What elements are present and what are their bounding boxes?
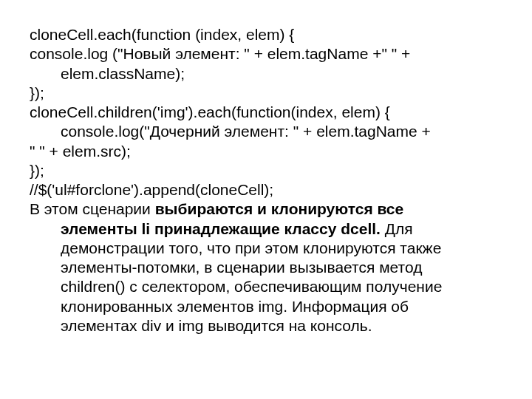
desc-bold-1: выбираются и клонируются все bbox=[155, 200, 404, 217]
code-line-4a: cloneCell.children('img').each(function(… bbox=[30, 103, 502, 122]
desc-line-3: демонстрации того, что при этом клонирую… bbox=[30, 239, 502, 258]
desc-line-4: элементы-потомки, в сценарии вызывается … bbox=[30, 258, 502, 277]
desc-line-6: клонированных элементов img. Информация … bbox=[30, 297, 502, 316]
code-line-2b: elem.className); bbox=[30, 64, 502, 83]
desc-line-2: элементы li принадлежащие классу dcell. … bbox=[30, 219, 502, 239]
code-line-2a: console.log ("Новый элемент: " + elem.ta… bbox=[30, 44, 502, 64]
desc-line-5: children() с селектором, обеспечивающим … bbox=[30, 277, 502, 296]
desc-lead: В этом сценарии bbox=[30, 200, 155, 217]
desc-rest-2: Для bbox=[381, 220, 413, 237]
code-line-5: " " + elem.src); bbox=[30, 142, 502, 161]
code-line-6: }); bbox=[30, 161, 502, 180]
code-line-3: }); bbox=[30, 83, 502, 103]
code-line-7: //$('ul#forclone').append(cloneCell); bbox=[30, 180, 502, 200]
slide: cloneCell.each(function (index, elem) { … bbox=[0, 0, 532, 399]
code-line-1: cloneCell.each(function (index, elem) { bbox=[30, 25, 502, 44]
desc-line-1: В этом сценарии выбираются и клонируются… bbox=[30, 200, 502, 219]
code-line-4b: console.log("Дочерний элемент: " + elem.… bbox=[30, 122, 502, 141]
desc-line-7: элементах div и img выводится на консоль… bbox=[30, 316, 502, 335]
desc-bold-2: элементы li принадлежащие классу dcell. bbox=[61, 220, 381, 237]
